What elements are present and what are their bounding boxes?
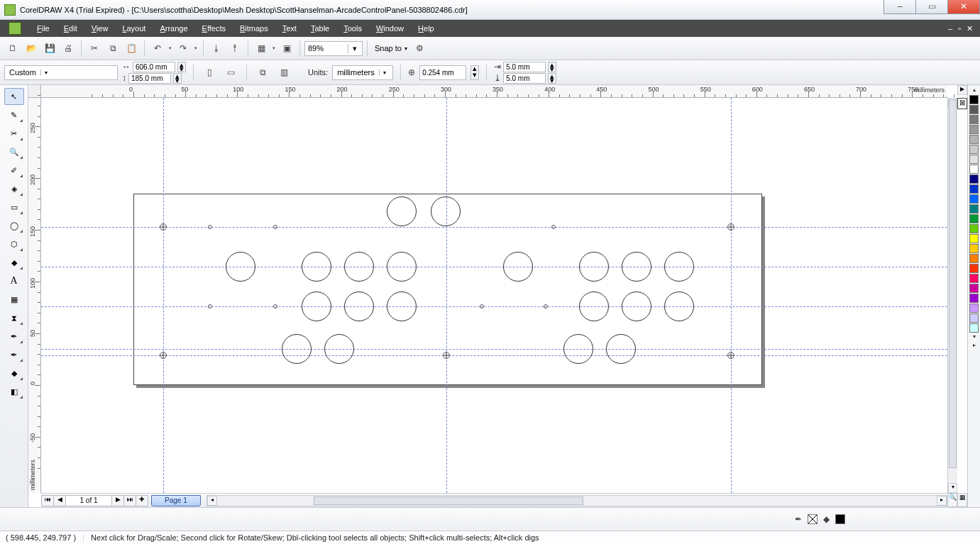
minimize-button[interactable]: – bbox=[883, 0, 916, 14]
open-button[interactable]: 📂 bbox=[23, 40, 40, 57]
swatch[interactable] bbox=[969, 254, 979, 263]
applauncher-flyout[interactable] bbox=[271, 40, 277, 57]
dupy-spinner[interactable]: ▴▾ bbox=[548, 73, 556, 84]
circle-object[interactable] bbox=[579, 252, 609, 282]
first-page-button[interactable]: ⏮ bbox=[41, 495, 54, 506]
height-spinner[interactable]: ▴▾ bbox=[173, 73, 182, 84]
snapto-button[interactable]: Snap to ▾ bbox=[372, 40, 410, 57]
freehand-tool[interactable]: ✐ bbox=[4, 162, 24, 179]
circle-object[interactable] bbox=[302, 252, 331, 282]
polygon-tool[interactable]: ⬡ bbox=[4, 235, 24, 252]
new-button[interactable]: 🗋 bbox=[4, 40, 21, 57]
chevron-down-icon[interactable]: ▾ bbox=[379, 70, 390, 76]
registration-mark[interactable] bbox=[727, 352, 734, 359]
circle-object[interactable] bbox=[282, 334, 312, 364]
menu-text[interactable]: Text bbox=[277, 22, 302, 35]
palette-down-button[interactable]: ▾ bbox=[969, 333, 979, 342]
currentpage-button[interactable]: ▥ bbox=[275, 64, 292, 81]
redo-button[interactable]: ↷ bbox=[175, 40, 192, 57]
live-preview-button[interactable]: ▦ bbox=[957, 493, 967, 507]
swatch[interactable] bbox=[969, 145, 979, 154]
guideline-v[interactable] bbox=[731, 98, 732, 493]
nudge-input[interactable]: 0.254 mm bbox=[419, 65, 466, 80]
swatch[interactable] bbox=[969, 204, 979, 213]
menu-effects[interactable]: Effects bbox=[197, 22, 231, 35]
swatch[interactable] bbox=[969, 194, 979, 204]
small-hole[interactable] bbox=[551, 225, 556, 229]
menu-arrange[interactable]: Arrange bbox=[154, 22, 193, 35]
portrait-button[interactable]: ▯ bbox=[201, 64, 218, 81]
registration-mark[interactable] bbox=[727, 223, 734, 231]
scroll-left-button[interactable]: ◂ bbox=[207, 496, 217, 506]
swatch[interactable] bbox=[969, 135, 979, 144]
options-button[interactable]: ⚙ bbox=[412, 40, 429, 57]
swatch[interactable] bbox=[969, 294, 979, 303]
circle-object[interactable] bbox=[622, 252, 651, 282]
dupy-input[interactable]: 5.0 mm bbox=[503, 73, 546, 84]
horizontal-ruler[interactable]: millimeters 0501001502002503003504004505… bbox=[41, 85, 947, 98]
swatch[interactable] bbox=[969, 313, 979, 323]
print-button[interactable]: 🖨 bbox=[60, 40, 77, 57]
menu-tools[interactable]: Tools bbox=[338, 22, 368, 35]
palette-up-button[interactable]: ▴ bbox=[969, 87, 979, 95]
zoom-combo[interactable]: ▾ bbox=[304, 41, 363, 56]
swatch[interactable] bbox=[969, 165, 979, 174]
menu-edit[interactable]: Edit bbox=[58, 22, 83, 35]
close-button[interactable]: ✕ bbox=[947, 0, 980, 14]
zoom-tool[interactable]: 🔍 bbox=[4, 143, 24, 160]
circle-object[interactable] bbox=[503, 252, 533, 282]
applauncher-button[interactable]: ▦ bbox=[253, 40, 270, 57]
mdi-close-button[interactable]: ✕ bbox=[967, 24, 973, 33]
registration-mark[interactable] bbox=[443, 352, 450, 359]
circle-object[interactable] bbox=[431, 196, 461, 226]
menu-help[interactable]: Help bbox=[412, 22, 440, 35]
small-hole[interactable] bbox=[480, 304, 484, 309]
swatch[interactable] bbox=[969, 155, 979, 164]
swatch[interactable] bbox=[969, 115, 979, 124]
paste-button[interactable]: 📋 bbox=[123, 40, 140, 57]
interactivefill-tool[interactable]: ◧ bbox=[4, 383, 24, 400]
ruler-play-button[interactable]: ▶ bbox=[957, 85, 967, 95]
copy-button[interactable]: ⧉ bbox=[104, 40, 121, 57]
swatch[interactable] bbox=[969, 244, 979, 253]
cut-button[interactable]: ✂ bbox=[86, 40, 103, 57]
menu-table[interactable]: Table bbox=[305, 22, 335, 35]
small-hole[interactable] bbox=[273, 225, 277, 229]
circle-object[interactable] bbox=[606, 334, 636, 364]
swatch[interactable] bbox=[969, 234, 979, 243]
small-hole[interactable] bbox=[208, 225, 212, 229]
circle-object[interactable] bbox=[664, 292, 694, 321]
small-hole[interactable] bbox=[208, 304, 212, 309]
circle-object[interactable] bbox=[387, 292, 417, 321]
maximize-button[interactable]: ▭ bbox=[915, 0, 948, 14]
add-page-button[interactable]: ✚ bbox=[136, 495, 148, 506]
hscroll-thumb[interactable] bbox=[314, 496, 583, 505]
swatch[interactable] bbox=[969, 184, 979, 194]
mdi-restore-button[interactable]: ▫ bbox=[958, 24, 961, 33]
save-button[interactable]: 💾 bbox=[41, 40, 58, 57]
circle-object[interactable] bbox=[344, 292, 374, 321]
circle-object[interactable] bbox=[344, 252, 374, 282]
allpages-button[interactable]: ⧉ bbox=[254, 64, 271, 81]
crop-tool[interactable]: ✂ bbox=[4, 125, 24, 142]
smartfill-tool[interactable]: ◈ bbox=[4, 180, 24, 197]
drawing-viewport[interactable] bbox=[41, 98, 947, 493]
circle-object[interactable] bbox=[664, 252, 694, 282]
units-combo[interactable]: millimeters ▾ bbox=[332, 65, 393, 80]
import-button[interactable]: ⭳ bbox=[208, 40, 225, 57]
swatch[interactable] bbox=[969, 304, 979, 313]
undo-button[interactable]: ↶ bbox=[149, 40, 166, 57]
circle-object[interactable] bbox=[387, 252, 417, 282]
page-height-input[interactable]: 185.0 mm bbox=[128, 73, 171, 84]
small-hole[interactable] bbox=[544, 304, 548, 309]
pick-tool[interactable]: ↖ bbox=[4, 88, 24, 105]
dupx-spinner[interactable]: ▴▾ bbox=[548, 62, 556, 72]
landscape-button[interactable]: ▭ bbox=[222, 64, 239, 81]
swatch[interactable] bbox=[969, 264, 979, 273]
circle-object[interactable] bbox=[302, 292, 331, 321]
interactive-tool[interactable]: ⧗ bbox=[4, 309, 24, 326]
no-color-swatch[interactable]: ⊠ bbox=[957, 98, 967, 109]
swatch[interactable] bbox=[969, 105, 979, 114]
horizontal-scrollbar[interactable]: ◂ ▸ bbox=[207, 495, 947, 506]
swatch[interactable] bbox=[969, 284, 979, 293]
